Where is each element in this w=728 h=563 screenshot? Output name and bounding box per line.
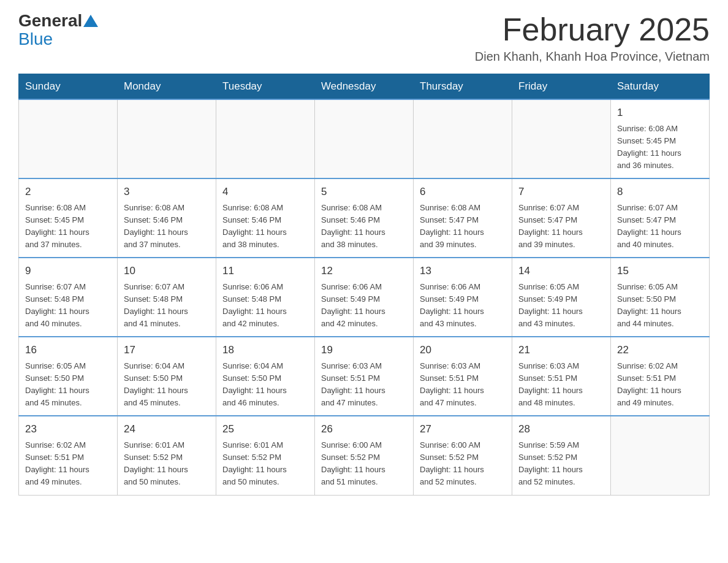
day-number: 24 [124, 421, 210, 437]
day-number: 23 [25, 421, 111, 437]
day-info: Sunrise: 6:02 AM Sunset: 5:51 PM Dayligh… [25, 439, 111, 489]
day-number: 7 [518, 184, 604, 200]
calendar-day-cell: 21Sunrise: 6:03 AM Sunset: 5:51 PM Dayli… [512, 337, 611, 416]
day-info: Sunrise: 6:03 AM Sunset: 5:51 PM Dayligh… [321, 360, 407, 410]
day-info: Sunrise: 6:03 AM Sunset: 5:51 PM Dayligh… [420, 360, 506, 410]
calendar-day-cell: 9Sunrise: 6:07 AM Sunset: 5:48 PM Daylig… [19, 258, 118, 337]
day-info: Sunrise: 6:07 AM Sunset: 5:47 PM Dayligh… [518, 202, 604, 251]
day-number: 12 [321, 263, 407, 279]
calendar-day-cell [512, 99, 611, 178]
day-info: Sunrise: 6:00 AM Sunset: 5:52 PM Dayligh… [321, 439, 407, 489]
day-info: Sunrise: 6:08 AM Sunset: 5:46 PM Dayligh… [321, 202, 407, 251]
calendar-day-cell: 27Sunrise: 6:00 AM Sunset: 5:52 PM Dayli… [414, 416, 512, 495]
calendar-day-cell: 20Sunrise: 6:03 AM Sunset: 5:51 PM Dayli… [414, 337, 512, 416]
calendar-day-cell [216, 99, 315, 178]
day-number: 6 [420, 184, 506, 200]
logo-blue-text: Blue [18, 29, 53, 48]
day-info: Sunrise: 6:03 AM Sunset: 5:51 PM Dayligh… [518, 360, 604, 410]
day-number: 22 [617, 342, 703, 358]
calendar-day-cell: 11Sunrise: 6:06 AM Sunset: 5:48 PM Dayli… [216, 258, 315, 337]
calendar-week-row: 1Sunrise: 6:08 AM Sunset: 5:45 PM Daylig… [19, 99, 710, 178]
calendar-day-cell: 19Sunrise: 6:03 AM Sunset: 5:51 PM Dayli… [315, 337, 414, 416]
day-info: Sunrise: 6:08 AM Sunset: 5:45 PM Dayligh… [25, 202, 111, 251]
calendar-day-cell: 17Sunrise: 6:04 AM Sunset: 5:50 PM Dayli… [118, 337, 216, 416]
header-wednesday: Wednesday [315, 74, 414, 100]
day-info: Sunrise: 6:05 AM Sunset: 5:49 PM Dayligh… [518, 281, 604, 331]
day-info: Sunrise: 6:05 AM Sunset: 5:50 PM Dayligh… [617, 281, 703, 331]
logo: General Blue [18, 12, 99, 49]
day-number: 4 [222, 184, 308, 200]
calendar-day-cell: 7Sunrise: 6:07 AM Sunset: 5:47 PM Daylig… [512, 178, 611, 258]
day-number: 17 [124, 342, 210, 358]
calendar-day-cell [414, 99, 512, 178]
calendar-day-cell: 26Sunrise: 6:00 AM Sunset: 5:52 PM Dayli… [315, 416, 414, 495]
header-saturday: Saturday [611, 74, 710, 100]
calendar-day-cell: 1Sunrise: 6:08 AM Sunset: 5:45 PM Daylig… [611, 99, 710, 178]
logo-general-text: General [18, 12, 82, 29]
calendar-day-cell: 15Sunrise: 6:05 AM Sunset: 5:50 PM Dayli… [611, 258, 710, 337]
header-thursday: Thursday [414, 74, 512, 100]
day-info: Sunrise: 6:07 AM Sunset: 5:48 PM Dayligh… [124, 281, 210, 331]
day-number: 2 [25, 184, 111, 200]
day-info: Sunrise: 6:08 AM Sunset: 5:46 PM Dayligh… [124, 202, 210, 251]
calendar-day-cell: 16Sunrise: 6:05 AM Sunset: 5:50 PM Dayli… [19, 337, 118, 416]
calendar-day-cell: 6Sunrise: 6:08 AM Sunset: 5:47 PM Daylig… [414, 178, 512, 258]
calendar-table: SundayMondayTuesdayWednesdayThursdayFrid… [18, 74, 710, 495]
day-info: Sunrise: 6:06 AM Sunset: 5:49 PM Dayligh… [321, 281, 407, 331]
calendar-day-cell: 4Sunrise: 6:08 AM Sunset: 5:46 PM Daylig… [216, 178, 315, 258]
day-info: Sunrise: 6:01 AM Sunset: 5:52 PM Dayligh… [222, 439, 308, 489]
logo-triangle-icon [83, 15, 98, 27]
day-number: 20 [420, 342, 506, 358]
day-info: Sunrise: 6:07 AM Sunset: 5:48 PM Dayligh… [25, 281, 111, 331]
day-number: 21 [518, 342, 604, 358]
calendar-week-row: 9Sunrise: 6:07 AM Sunset: 5:48 PM Daylig… [19, 258, 710, 337]
day-number: 28 [518, 421, 604, 437]
day-info: Sunrise: 6:06 AM Sunset: 5:49 PM Dayligh… [420, 281, 506, 331]
day-number: 9 [25, 263, 111, 279]
calendar-day-cell: 2Sunrise: 6:08 AM Sunset: 5:45 PM Daylig… [19, 178, 118, 258]
day-number: 10 [124, 263, 210, 279]
calendar-day-cell: 12Sunrise: 6:06 AM Sunset: 5:49 PM Dayli… [315, 258, 414, 337]
day-number: 14 [518, 263, 604, 279]
day-number: 26 [321, 421, 407, 437]
day-number: 16 [25, 342, 111, 358]
calendar-day-cell: 13Sunrise: 6:06 AM Sunset: 5:49 PM Dayli… [414, 258, 512, 337]
day-number: 18 [222, 342, 308, 358]
day-number: 5 [321, 184, 407, 200]
calendar-day-cell [118, 99, 216, 178]
calendar-day-cell [19, 99, 118, 178]
calendar-day-cell: 28Sunrise: 5:59 AM Sunset: 5:52 PM Dayli… [512, 416, 611, 495]
calendar-day-cell: 24Sunrise: 6:01 AM Sunset: 5:52 PM Dayli… [118, 416, 216, 495]
day-info: Sunrise: 6:08 AM Sunset: 5:47 PM Dayligh… [420, 202, 506, 251]
calendar-week-row: 16Sunrise: 6:05 AM Sunset: 5:50 PM Dayli… [19, 337, 710, 416]
day-info: Sunrise: 6:01 AM Sunset: 5:52 PM Dayligh… [124, 439, 210, 489]
day-number: 8 [617, 184, 703, 200]
calendar-day-cell [315, 99, 414, 178]
header-tuesday: Tuesday [216, 74, 315, 100]
day-info: Sunrise: 6:04 AM Sunset: 5:50 PM Dayligh… [124, 360, 210, 410]
day-info: Sunrise: 6:02 AM Sunset: 5:51 PM Dayligh… [617, 360, 703, 410]
header-sunday: Sunday [19, 74, 118, 100]
day-number: 3 [124, 184, 210, 200]
calendar-week-row: 23Sunrise: 6:02 AM Sunset: 5:51 PM Dayli… [19, 416, 710, 495]
calendar-day-cell [611, 416, 710, 495]
calendar-day-cell: 3Sunrise: 6:08 AM Sunset: 5:46 PM Daylig… [118, 178, 216, 258]
day-number: 19 [321, 342, 407, 358]
header-friday: Friday [512, 74, 611, 100]
calendar-day-cell: 18Sunrise: 6:04 AM Sunset: 5:50 PM Dayli… [216, 337, 315, 416]
calendar-day-cell: 25Sunrise: 6:01 AM Sunset: 5:52 PM Dayli… [216, 416, 315, 495]
day-info: Sunrise: 6:08 AM Sunset: 5:45 PM Dayligh… [617, 123, 703, 172]
day-number: 13 [420, 263, 506, 279]
calendar-week-row: 2Sunrise: 6:08 AM Sunset: 5:45 PM Daylig… [19, 178, 710, 258]
day-info: Sunrise: 5:59 AM Sunset: 5:52 PM Dayligh… [518, 439, 604, 489]
day-number: 27 [420, 421, 506, 437]
title-area: February 2025 Dien Khanh, Khanh Hoa Prov… [475, 12, 710, 64]
day-info: Sunrise: 6:04 AM Sunset: 5:50 PM Dayligh… [222, 360, 308, 410]
day-info: Sunrise: 6:05 AM Sunset: 5:50 PM Dayligh… [25, 360, 111, 410]
day-info: Sunrise: 6:06 AM Sunset: 5:48 PM Dayligh… [222, 281, 308, 331]
day-number: 11 [222, 263, 308, 279]
day-info: Sunrise: 6:07 AM Sunset: 5:47 PM Dayligh… [617, 202, 703, 251]
calendar-day-cell: 23Sunrise: 6:02 AM Sunset: 5:51 PM Dayli… [19, 416, 118, 495]
calendar-day-cell: 8Sunrise: 6:07 AM Sunset: 5:47 PM Daylig… [611, 178, 710, 258]
calendar-header-row: SundayMondayTuesdayWednesdayThursdayFrid… [19, 74, 710, 100]
